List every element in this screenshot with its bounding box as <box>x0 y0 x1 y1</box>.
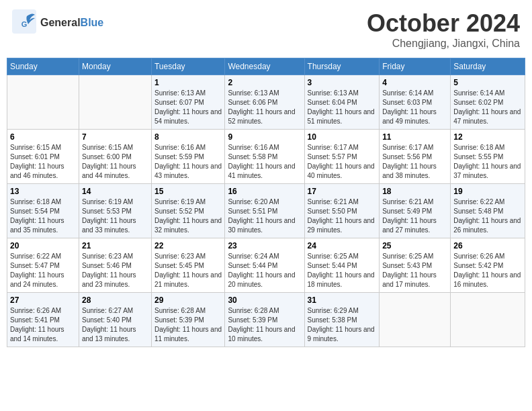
day-number: 31 <box>308 295 377 305</box>
day-info: Sunrise: 6:24 AM Sunset: 5:44 PM Dayligh… <box>228 252 301 289</box>
calendar-cell: 5Sunrise: 6:14 AM Sunset: 6:02 PM Daylig… <box>451 75 525 130</box>
day-info: Sunrise: 6:22 AM Sunset: 5:48 PM Dayligh… <box>453 197 522 235</box>
calendar-week-row: 20Sunrise: 6:22 AM Sunset: 5:47 PM Dayli… <box>7 238 525 293</box>
calendar-cell: 11Sunrise: 6:17 AM Sunset: 5:56 PM Dayli… <box>380 130 451 184</box>
day-number: 12 <box>453 132 522 142</box>
calendar-cell <box>79 75 152 130</box>
day-info: Sunrise: 6:13 AM Sunset: 6:06 PM Dayligh… <box>228 89 301 126</box>
calendar-week-row: 27Sunrise: 6:26 AM Sunset: 5:41 PM Dayli… <box>7 293 525 347</box>
day-info: Sunrise: 6:18 AM Sunset: 5:55 PM Dayligh… <box>453 143 522 181</box>
day-info: Sunrise: 6:21 AM Sunset: 5:49 PM Dayligh… <box>382 197 447 235</box>
logo-general: General <box>40 17 81 28</box>
calendar-cell: 3Sunrise: 6:13 AM Sunset: 6:04 PM Daylig… <box>304 75 380 130</box>
calendar-header-row: SundayMondayTuesdayWednesdayThursdayFrid… <box>7 58 525 75</box>
calendar-cell: 21Sunrise: 6:23 AM Sunset: 5:46 PM Dayli… <box>79 238 152 293</box>
day-number: 18 <box>382 187 447 196</box>
calendar-cell: 25Sunrise: 6:25 AM Sunset: 5:43 PM Dayli… <box>380 238 451 293</box>
day-number: 9 <box>228 132 301 142</box>
day-info: Sunrise: 6:23 AM Sunset: 5:45 PM Dayligh… <box>154 252 222 289</box>
day-info: Sunrise: 6:18 AM Sunset: 5:54 PM Dayligh… <box>10 197 76 235</box>
calendar-cell: 17Sunrise: 6:21 AM Sunset: 5:50 PM Dayli… <box>304 184 380 238</box>
day-number: 20 <box>10 241 76 250</box>
day-info: Sunrise: 6:26 AM Sunset: 5:41 PM Dayligh… <box>10 306 76 344</box>
day-info: Sunrise: 6:28 AM Sunset: 5:39 PM Dayligh… <box>154 306 222 344</box>
calendar-cell: 23Sunrise: 6:24 AM Sunset: 5:44 PM Dayli… <box>225 238 304 293</box>
title-area: October 2024 Chengjiang, Jiangxi, China <box>367 9 520 50</box>
calendar-cell: 15Sunrise: 6:19 AM Sunset: 5:52 PM Dayli… <box>151 184 224 238</box>
day-number: 17 <box>308 187 377 196</box>
day-number: 30 <box>228 295 301 305</box>
day-number: 28 <box>82 295 148 305</box>
header-day-wednesday: Wednesday <box>225 58 304 75</box>
day-number: 25 <box>382 241 447 250</box>
calendar-cell: 4Sunrise: 6:14 AM Sunset: 6:03 PM Daylig… <box>380 75 451 130</box>
day-info: Sunrise: 6:15 AM Sunset: 6:00 PM Dayligh… <box>82 143 148 181</box>
calendar-cell: 16Sunrise: 6:20 AM Sunset: 5:51 PM Dayli… <box>225 184 304 238</box>
header-day-tuesday: Tuesday <box>151 58 224 75</box>
calendar-cell: 13Sunrise: 6:18 AM Sunset: 5:54 PM Dayli… <box>7 184 79 238</box>
day-info: Sunrise: 6:17 AM Sunset: 5:57 PM Dayligh… <box>308 143 377 181</box>
day-info: Sunrise: 6:13 AM Sunset: 6:04 PM Dayligh… <box>308 89 377 126</box>
day-number: 15 <box>154 187 222 196</box>
calendar-cell: 2Sunrise: 6:13 AM Sunset: 6:06 PM Daylig… <box>225 75 304 130</box>
day-number: 3 <box>308 78 377 87</box>
calendar-cell: 26Sunrise: 6:26 AM Sunset: 5:42 PM Dayli… <box>451 238 525 293</box>
calendar-cell: 14Sunrise: 6:19 AM Sunset: 5:53 PM Dayli… <box>79 184 152 238</box>
calendar-cell: 9Sunrise: 6:16 AM Sunset: 5:58 PM Daylig… <box>225 130 304 184</box>
calendar-cell <box>451 293 525 347</box>
calendar-week-row: 6Sunrise: 6:15 AM Sunset: 6:01 PM Daylig… <box>7 130 525 184</box>
logo-icon: G <box>12 9 36 36</box>
day-info: Sunrise: 6:15 AM Sunset: 6:01 PM Dayligh… <box>10 143 76 181</box>
calendar-cell: 27Sunrise: 6:26 AM Sunset: 5:41 PM Dayli… <box>7 293 79 347</box>
calendar-cell: 6Sunrise: 6:15 AM Sunset: 6:01 PM Daylig… <box>7 130 79 184</box>
day-info: Sunrise: 6:19 AM Sunset: 5:52 PM Dayligh… <box>154 197 222 235</box>
calendar-cell: 8Sunrise: 6:16 AM Sunset: 5:59 PM Daylig… <box>151 130 224 184</box>
calendar-cell: 1Sunrise: 6:13 AM Sunset: 6:07 PM Daylig… <box>151 75 224 130</box>
calendar-cell: 20Sunrise: 6:22 AM Sunset: 5:47 PM Dayli… <box>7 238 79 293</box>
logo-blue: Blue <box>81 17 104 28</box>
svg-text:G: G <box>21 20 28 28</box>
day-number: 19 <box>453 187 522 196</box>
day-info: Sunrise: 6:14 AM Sunset: 6:02 PM Dayligh… <box>453 89 522 126</box>
header-day-friday: Friday <box>380 58 451 75</box>
day-number: 16 <box>228 187 301 196</box>
day-info: Sunrise: 6:17 AM Sunset: 5:56 PM Dayligh… <box>382 143 447 181</box>
day-number: 7 <box>82 132 148 142</box>
day-info: Sunrise: 6:28 AM Sunset: 5:39 PM Dayligh… <box>228 306 301 344</box>
day-info: Sunrise: 6:19 AM Sunset: 5:53 PM Dayligh… <box>82 197 148 235</box>
day-number: 8 <box>154 132 222 142</box>
day-number: 2 <box>228 78 301 87</box>
calendar-cell: 30Sunrise: 6:28 AM Sunset: 5:39 PM Dayli… <box>225 293 304 347</box>
header-day-thursday: Thursday <box>304 58 380 75</box>
page-header: G GeneralBlue October 2024 Chengjiang, J… <box>7 7 525 52</box>
day-info: Sunrise: 6:25 AM Sunset: 5:43 PM Dayligh… <box>382 252 447 289</box>
day-number: 26 <box>453 241 522 250</box>
calendar-week-row: 13Sunrise: 6:18 AM Sunset: 5:54 PM Dayli… <box>7 184 525 238</box>
month-title: October 2024 <box>367 9 520 38</box>
location-title: Chengjiang, Jiangxi, China <box>367 38 520 50</box>
day-number: 1 <box>154 78 222 87</box>
calendar-cell: 24Sunrise: 6:25 AM Sunset: 5:44 PM Dayli… <box>304 238 380 293</box>
header-day-saturday: Saturday <box>451 58 525 75</box>
day-number: 13 <box>10 187 76 196</box>
day-info: Sunrise: 6:26 AM Sunset: 5:42 PM Dayligh… <box>453 252 522 289</box>
calendar-week-row: 1Sunrise: 6:13 AM Sunset: 6:07 PM Daylig… <box>7 75 525 130</box>
calendar-cell: 7Sunrise: 6:15 AM Sunset: 6:00 PM Daylig… <box>79 130 152 184</box>
day-number: 11 <box>382 132 447 142</box>
day-number: 6 <box>10 132 76 142</box>
calendar-table: SundayMondayTuesdayWednesdayThursdayFrid… <box>7 58 525 347</box>
day-info: Sunrise: 6:25 AM Sunset: 5:44 PM Dayligh… <box>308 252 377 289</box>
day-info: Sunrise: 6:22 AM Sunset: 5:47 PM Dayligh… <box>10 252 76 289</box>
day-info: Sunrise: 6:14 AM Sunset: 6:03 PM Dayligh… <box>382 89 447 126</box>
day-number: 14 <box>82 187 148 196</box>
calendar-cell <box>380 293 451 347</box>
day-number: 27 <box>10 295 76 305</box>
calendar-cell: 29Sunrise: 6:28 AM Sunset: 5:39 PM Dayli… <box>151 293 224 347</box>
day-number: 29 <box>154 295 222 305</box>
day-info: Sunrise: 6:16 AM Sunset: 5:59 PM Dayligh… <box>154 143 222 181</box>
calendar-cell: 19Sunrise: 6:22 AM Sunset: 5:48 PM Dayli… <box>451 184 525 238</box>
calendar-cell: 10Sunrise: 6:17 AM Sunset: 5:57 PM Dayli… <box>304 130 380 184</box>
day-number: 24 <box>308 241 377 250</box>
day-number: 4 <box>382 78 447 87</box>
day-info: Sunrise: 6:16 AM Sunset: 5:58 PM Dayligh… <box>228 143 301 181</box>
